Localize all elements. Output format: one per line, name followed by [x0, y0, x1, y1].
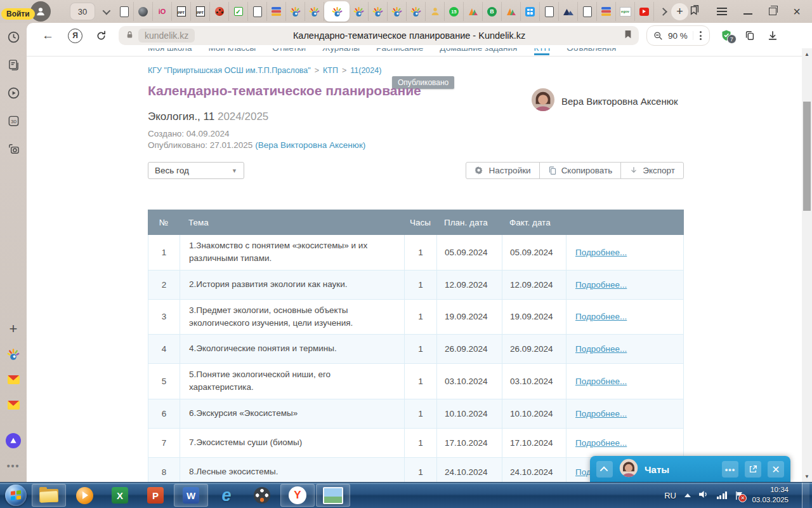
- window-maximize-button[interactable]: [769, 8, 776, 15]
- bookmark-star-icon[interactable]: [624, 29, 632, 42]
- nav-item[interactable]: Мои классы: [208, 48, 256, 55]
- tab-red-play[interactable]: [635, 2, 654, 21]
- yandex-home-icon[interactable]: Я: [68, 29, 82, 43]
- language-indicator[interactable]: RU: [664, 491, 676, 500]
- nav-item[interactable]: Отметки: [272, 48, 306, 55]
- clock-icon[interactable]: [6, 29, 21, 44]
- url-field[interactable]: kundelik.kz Календарно-тематическое план…: [119, 26, 639, 45]
- calendar-icon[interactable]: 30: [6, 113, 21, 128]
- shield-extension-icon[interactable]: 7: [720, 29, 733, 42]
- user-name[interactable]: Вера Викторовна Аксенюк: [561, 96, 678, 107]
- period-select[interactable]: Весь год ▼: [148, 162, 244, 179]
- notes-icon[interactable]: [6, 57, 21, 72]
- settings-button[interactable]: Настройки: [466, 162, 539, 179]
- login-badge[interactable]: Войти: [1, 8, 35, 20]
- tab-kundelik-hand[interactable]: [407, 2, 426, 21]
- tab-blank-page[interactable]: [115, 2, 134, 21]
- tab-kundelik-hand[interactable]: [350, 2, 369, 21]
- network-icon[interactable]: [717, 491, 728, 499]
- tab-whatsapp-badge[interactable]: 15: [445, 2, 464, 21]
- copy-button[interactable]: Скопировать: [539, 162, 622, 179]
- breadcrumb-link[interactable]: 11(2024): [350, 66, 381, 75]
- tab-ppt-file[interactable]: PPT: [172, 2, 191, 21]
- hidden-icons-arrow[interactable]: [684, 493, 691, 497]
- tab-kundelik-hand[interactable]: [369, 2, 388, 21]
- tab-ppt-file[interactable]: PPT: [191, 2, 210, 21]
- nav-item[interactable]: Расписание: [376, 48, 423, 55]
- bookmarks-icon[interactable]: [689, 4, 700, 18]
- nav-item[interactable]: Домашние задания: [440, 48, 517, 55]
- scroll-down-arrow[interactable]: ▼: [802, 474, 812, 479]
- tab-fox[interactable]: [502, 2, 521, 21]
- browser-profile[interactable]: Войти: [0, 0, 66, 23]
- action-center-flag-icon[interactable]: ✕: [735, 491, 743, 500]
- tab-books[interactable]: [267, 2, 286, 21]
- new-tab-button[interactable]: +: [671, 3, 688, 20]
- details-link[interactable]: Подробнее...: [566, 300, 683, 335]
- scrollbar-thumb[interactable]: [803, 102, 811, 211]
- breadcrumb-link[interactable]: КГУ "Прииртышская ОСШ им.Т.П.Праслова": [148, 66, 311, 75]
- taskbar-media-player-button[interactable]: [67, 484, 102, 507]
- taskbar-film-player-button[interactable]: [245, 484, 279, 507]
- tab-blank-page[interactable]: [248, 2, 267, 21]
- tab-ladybug[interactable]: [210, 2, 229, 21]
- volume-icon[interactable]: [699, 490, 709, 500]
- tab-books[interactable]: [597, 2, 616, 21]
- tab-green-check[interactable]: ✓: [229, 2, 248, 21]
- tab-kundelik-hand[interactable]: [286, 2, 305, 21]
- tab-overflow-chevron-icon[interactable]: [659, 8, 667, 16]
- tabs-panel-icon[interactable]: [744, 30, 756, 41]
- tab-kundelik-hand[interactable]: [305, 2, 324, 21]
- tab-person-yellow[interactable]: [426, 2, 445, 21]
- chat-more-button[interactable]: •••: [722, 461, 738, 478]
- refresh-icon[interactable]: [95, 30, 107, 42]
- taskbar-explorer-button[interactable]: [32, 484, 66, 507]
- tab-blue-grid[interactable]: [521, 2, 540, 21]
- nav-item[interactable]: Моя школа: [148, 48, 192, 55]
- taskbar-yandex-browser-button[interactable]: Y: [280, 484, 315, 507]
- nav-item[interactable]: Объявления: [566, 48, 616, 55]
- scrollbar[interactable]: ▲ ▼: [802, 48, 812, 483]
- download-icon[interactable]: [767, 30, 778, 41]
- clock[interactable]: 10:34 03.03.2025: [752, 485, 789, 505]
- breadcrumb-link[interactable]: КТП: [323, 66, 338, 75]
- taskbar-internet-explorer-button[interactable]: e: [209, 484, 244, 507]
- details-link[interactable]: Подробнее...: [566, 364, 683, 399]
- details-link[interactable]: Подробнее...: [566, 399, 683, 428]
- menu-icon[interactable]: [717, 11, 727, 12]
- plus-icon[interactable]: +: [6, 321, 21, 337]
- zoom-control[interactable]: 90 %: [646, 25, 710, 46]
- show-desktop-button[interactable]: [802, 483, 809, 508]
- kundelik-hand-icon[interactable]: [6, 347, 21, 362]
- window-close-button[interactable]: ×: [793, 5, 801, 18]
- details-link[interactable]: Подробнее...: [566, 429, 683, 457]
- more-options-icon[interactable]: [693, 31, 703, 40]
- taskbar-word-button[interactable]: W: [174, 484, 208, 507]
- chevron-down-icon[interactable]: [103, 6, 111, 15]
- site-domain[interactable]: kundelik.kz: [138, 29, 195, 43]
- mail-icon[interactable]: [6, 372, 21, 387]
- details-link[interactable]: Подробнее...: [566, 235, 683, 270]
- details-link[interactable]: Подробнее...: [566, 335, 683, 363]
- play-circle-icon[interactable]: [6, 85, 21, 100]
- tab-mountains[interactable]: [559, 2, 578, 21]
- details-link[interactable]: Подробнее...: [566, 271, 683, 299]
- taskbar-photo-viewer-button[interactable]: [316, 484, 350, 507]
- tab-b-green[interactable]: B: [483, 2, 502, 21]
- tab-blank-page[interactable]: [540, 2, 559, 21]
- scroll-up-arrow[interactable]: ▲: [802, 51, 812, 57]
- screenshot-icon[interactable]: [6, 141, 21, 156]
- export-button[interactable]: Экспорт: [620, 162, 684, 179]
- nav-item[interactable]: КТП: [534, 48, 550, 55]
- nav-item[interactable]: Журналы: [322, 48, 360, 55]
- dots-icon[interactable]: •••: [6, 458, 21, 474]
- tab-kundelik-hand[interactable]: [388, 2, 407, 21]
- tab-pink-logo[interactable]: iO: [153, 2, 172, 21]
- back-button[interactable]: ←: [42, 29, 54, 43]
- tab-fox[interactable]: [464, 2, 483, 21]
- chat-popout-button[interactable]: [745, 461, 761, 478]
- chat-expand-button[interactable]: [596, 461, 613, 478]
- start-button[interactable]: [5, 485, 27, 506]
- user-avatar[interactable]: [531, 88, 555, 114]
- window-minimize-button[interactable]: [743, 13, 752, 15]
